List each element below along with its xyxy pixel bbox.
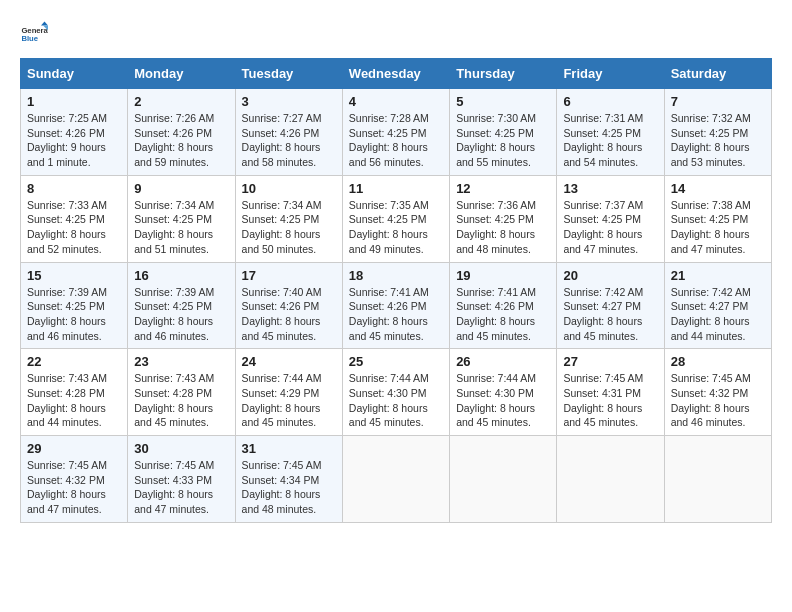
day-number: 25 xyxy=(349,354,443,369)
day-info: Sunrise: 7:27 AMSunset: 4:26 PMDaylight:… xyxy=(242,111,336,170)
day-number: 15 xyxy=(27,268,121,283)
day-cell-3: 3Sunrise: 7:27 AMSunset: 4:26 PMDaylight… xyxy=(235,89,342,176)
day-info: Sunrise: 7:43 AMSunset: 4:28 PMDaylight:… xyxy=(134,371,228,430)
svg-marker-2 xyxy=(41,21,48,25)
day-cell-5: 5Sunrise: 7:30 AMSunset: 4:25 PMDaylight… xyxy=(450,89,557,176)
day-number: 14 xyxy=(671,181,765,196)
day-number: 13 xyxy=(563,181,657,196)
day-info: Sunrise: 7:34 AMSunset: 4:25 PMDaylight:… xyxy=(242,198,336,257)
day-info: Sunrise: 7:37 AMSunset: 4:25 PMDaylight:… xyxy=(563,198,657,257)
day-info: Sunrise: 7:40 AMSunset: 4:26 PMDaylight:… xyxy=(242,285,336,344)
day-cell-15: 15Sunrise: 7:39 AMSunset: 4:25 PMDayligh… xyxy=(21,262,128,349)
day-info: Sunrise: 7:25 AMSunset: 4:26 PMDaylight:… xyxy=(27,111,121,170)
day-info: Sunrise: 7:43 AMSunset: 4:28 PMDaylight:… xyxy=(27,371,121,430)
day-cell-22: 22Sunrise: 7:43 AMSunset: 4:28 PMDayligh… xyxy=(21,349,128,436)
weekday-header-monday: Monday xyxy=(128,59,235,89)
weekday-header-sunday: Sunday xyxy=(21,59,128,89)
day-info: Sunrise: 7:44 AMSunset: 4:30 PMDaylight:… xyxy=(349,371,443,430)
day-info: Sunrise: 7:45 AMSunset: 4:33 PMDaylight:… xyxy=(134,458,228,517)
day-info: Sunrise: 7:44 AMSunset: 4:29 PMDaylight:… xyxy=(242,371,336,430)
day-number: 12 xyxy=(456,181,550,196)
day-info: Sunrise: 7:42 AMSunset: 4:27 PMDaylight:… xyxy=(671,285,765,344)
day-number: 19 xyxy=(456,268,550,283)
day-number: 30 xyxy=(134,441,228,456)
day-info: Sunrise: 7:39 AMSunset: 4:25 PMDaylight:… xyxy=(27,285,121,344)
day-cell-28: 28Sunrise: 7:45 AMSunset: 4:32 PMDayligh… xyxy=(664,349,771,436)
calendar-week-5: 29Sunrise: 7:45 AMSunset: 4:32 PMDayligh… xyxy=(21,436,772,523)
day-number: 26 xyxy=(456,354,550,369)
day-cell-26: 26Sunrise: 7:44 AMSunset: 4:30 PMDayligh… xyxy=(450,349,557,436)
day-cell-19: 19Sunrise: 7:41 AMSunset: 4:26 PMDayligh… xyxy=(450,262,557,349)
day-info: Sunrise: 7:41 AMSunset: 4:26 PMDaylight:… xyxy=(456,285,550,344)
weekday-header-saturday: Saturday xyxy=(664,59,771,89)
calendar-week-3: 15Sunrise: 7:39 AMSunset: 4:25 PMDayligh… xyxy=(21,262,772,349)
page-header: General Blue xyxy=(20,20,772,48)
day-number: 7 xyxy=(671,94,765,109)
day-number: 27 xyxy=(563,354,657,369)
logo: General Blue xyxy=(20,20,48,48)
day-number: 10 xyxy=(242,181,336,196)
day-info: Sunrise: 7:42 AMSunset: 4:27 PMDaylight:… xyxy=(563,285,657,344)
day-cell-31: 31Sunrise: 7:45 AMSunset: 4:34 PMDayligh… xyxy=(235,436,342,523)
day-info: Sunrise: 7:35 AMSunset: 4:25 PMDaylight:… xyxy=(349,198,443,257)
day-info: Sunrise: 7:41 AMSunset: 4:26 PMDaylight:… xyxy=(349,285,443,344)
day-cell-16: 16Sunrise: 7:39 AMSunset: 4:25 PMDayligh… xyxy=(128,262,235,349)
day-cell-17: 17Sunrise: 7:40 AMSunset: 4:26 PMDayligh… xyxy=(235,262,342,349)
calendar-week-2: 8Sunrise: 7:33 AMSunset: 4:25 PMDaylight… xyxy=(21,175,772,262)
day-number: 5 xyxy=(456,94,550,109)
day-cell-21: 21Sunrise: 7:42 AMSunset: 4:27 PMDayligh… xyxy=(664,262,771,349)
day-number: 22 xyxy=(27,354,121,369)
weekday-header-wednesday: Wednesday xyxy=(342,59,449,89)
empty-cell xyxy=(664,436,771,523)
day-cell-2: 2Sunrise: 7:26 AMSunset: 4:26 PMDaylight… xyxy=(128,89,235,176)
day-number: 17 xyxy=(242,268,336,283)
day-cell-10: 10Sunrise: 7:34 AMSunset: 4:25 PMDayligh… xyxy=(235,175,342,262)
day-number: 23 xyxy=(134,354,228,369)
day-info: Sunrise: 7:45 AMSunset: 4:32 PMDaylight:… xyxy=(671,371,765,430)
day-info: Sunrise: 7:44 AMSunset: 4:30 PMDaylight:… xyxy=(456,371,550,430)
day-number: 16 xyxy=(134,268,228,283)
day-number: 20 xyxy=(563,268,657,283)
day-info: Sunrise: 7:38 AMSunset: 4:25 PMDaylight:… xyxy=(671,198,765,257)
weekday-header-tuesday: Tuesday xyxy=(235,59,342,89)
day-cell-1: 1Sunrise: 7:25 AMSunset: 4:26 PMDaylight… xyxy=(21,89,128,176)
day-number: 2 xyxy=(134,94,228,109)
day-number: 6 xyxy=(563,94,657,109)
day-number: 29 xyxy=(27,441,121,456)
day-info: Sunrise: 7:45 AMSunset: 4:34 PMDaylight:… xyxy=(242,458,336,517)
day-number: 1 xyxy=(27,94,121,109)
day-number: 3 xyxy=(242,94,336,109)
weekday-header-friday: Friday xyxy=(557,59,664,89)
day-cell-25: 25Sunrise: 7:44 AMSunset: 4:30 PMDayligh… xyxy=(342,349,449,436)
day-number: 9 xyxy=(134,181,228,196)
day-info: Sunrise: 7:36 AMSunset: 4:25 PMDaylight:… xyxy=(456,198,550,257)
day-number: 11 xyxy=(349,181,443,196)
day-info: Sunrise: 7:45 AMSunset: 4:32 PMDaylight:… xyxy=(27,458,121,517)
day-cell-6: 6Sunrise: 7:31 AMSunset: 4:25 PMDaylight… xyxy=(557,89,664,176)
day-cell-18: 18Sunrise: 7:41 AMSunset: 4:26 PMDayligh… xyxy=(342,262,449,349)
day-cell-9: 9Sunrise: 7:34 AMSunset: 4:25 PMDaylight… xyxy=(128,175,235,262)
day-cell-13: 13Sunrise: 7:37 AMSunset: 4:25 PMDayligh… xyxy=(557,175,664,262)
day-cell-27: 27Sunrise: 7:45 AMSunset: 4:31 PMDayligh… xyxy=(557,349,664,436)
weekday-header-thursday: Thursday xyxy=(450,59,557,89)
day-number: 4 xyxy=(349,94,443,109)
day-number: 21 xyxy=(671,268,765,283)
calendar-week-4: 22Sunrise: 7:43 AMSunset: 4:28 PMDayligh… xyxy=(21,349,772,436)
day-cell-8: 8Sunrise: 7:33 AMSunset: 4:25 PMDaylight… xyxy=(21,175,128,262)
svg-text:Blue: Blue xyxy=(21,34,38,43)
day-number: 31 xyxy=(242,441,336,456)
empty-cell xyxy=(557,436,664,523)
empty-cell xyxy=(450,436,557,523)
day-cell-7: 7Sunrise: 7:32 AMSunset: 4:25 PMDaylight… xyxy=(664,89,771,176)
day-number: 18 xyxy=(349,268,443,283)
day-number: 24 xyxy=(242,354,336,369)
day-info: Sunrise: 7:33 AMSunset: 4:25 PMDaylight:… xyxy=(27,198,121,257)
weekday-header-row: SundayMondayTuesdayWednesdayThursdayFrid… xyxy=(21,59,772,89)
day-info: Sunrise: 7:30 AMSunset: 4:25 PMDaylight:… xyxy=(456,111,550,170)
day-cell-4: 4Sunrise: 7:28 AMSunset: 4:25 PMDaylight… xyxy=(342,89,449,176)
day-cell-20: 20Sunrise: 7:42 AMSunset: 4:27 PMDayligh… xyxy=(557,262,664,349)
day-cell-23: 23Sunrise: 7:43 AMSunset: 4:28 PMDayligh… xyxy=(128,349,235,436)
day-info: Sunrise: 7:28 AMSunset: 4:25 PMDaylight:… xyxy=(349,111,443,170)
day-info: Sunrise: 7:31 AMSunset: 4:25 PMDaylight:… xyxy=(563,111,657,170)
day-cell-11: 11Sunrise: 7:35 AMSunset: 4:25 PMDayligh… xyxy=(342,175,449,262)
